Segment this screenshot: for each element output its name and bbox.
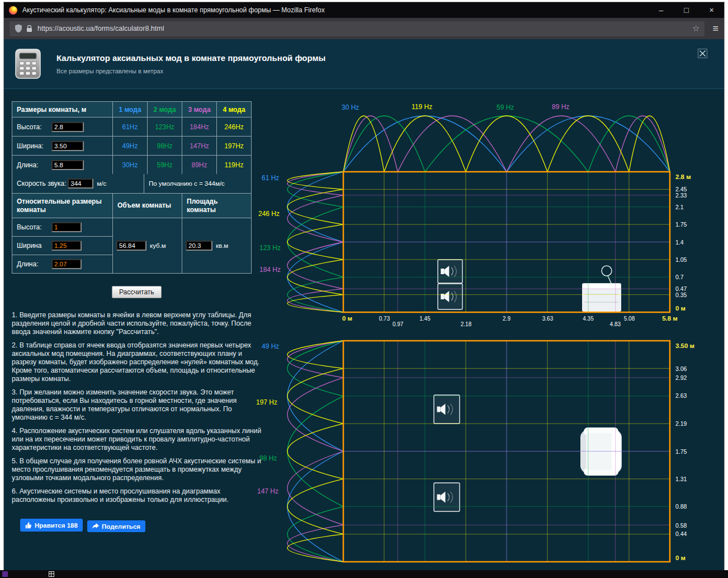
page-header: Калькулятор аксиальных мод в комнате пря… <box>4 39 724 89</box>
speed-input[interactable] <box>68 178 93 189</box>
frequency-label: 119 Hz <box>412 103 432 111</box>
axis-label: 0.97 <box>393 321 404 327</box>
height-label: Высота: <box>17 123 51 131</box>
speed-default-note: По умолчанию с = 344м/с <box>144 174 252 194</box>
instruction-paragraph: 3. При желании можно изменить значение с… <box>12 388 263 422</box>
dimensions-table-title: Размеры комнаты, м <box>12 102 113 118</box>
calculator-icon <box>15 49 41 79</box>
floor-lamp-icon <box>602 266 612 283</box>
share-icon <box>92 523 99 530</box>
speaker-icon <box>434 395 460 424</box>
maximize-button[interactable]: □ <box>674 2 699 18</box>
window-controls: – □ × <box>649 2 724 18</box>
section-diagram: 30 Hz59 Hz89 Hz119 Hz61 Hz123 Hz184 Hz24… <box>258 103 691 327</box>
side-mode-curve <box>287 341 343 562</box>
navigation-bar: https://acoustic.ua/forms/calculator8.ht… <box>4 18 724 39</box>
like-label: Нравится 188 <box>35 522 78 529</box>
length-row: Длина: <box>12 156 113 175</box>
axis-label: 3.50 м <box>675 342 694 349</box>
speed-cell: Скорость звука: м/с <box>12 174 144 194</box>
axis-label: 0.7 <box>675 274 684 280</box>
plan-diagram: 49 Hz98 Hz147 Hz197 Hz3.50 м3.062.922.63… <box>256 341 694 562</box>
page-title: Калькулятор аксиальных мод в комнате пря… <box>56 53 325 63</box>
volume-cell: куб.м <box>113 218 182 274</box>
mode-4-header: 4 мода <box>217 102 252 118</box>
mode-3-header: 3 мода <box>182 102 217 118</box>
window-title: Акустический калькулятор: Аксиальные мод… <box>22 6 325 14</box>
url-text[interactable]: https://acoustic.ua/forms/calculator8.ht… <box>37 25 692 32</box>
relative-length-row: Длина: <box>12 255 113 274</box>
axis-label: 0.88 <box>675 503 687 510</box>
axis-label: 0 м <box>342 315 352 322</box>
shield-icon[interactable] <box>15 24 22 33</box>
url-bar[interactable]: https://acoustic.ua/forms/calculator8.ht… <box>10 21 705 36</box>
relative-height-label: Высота: <box>17 223 51 231</box>
axis-label: 0 м <box>675 554 686 561</box>
area-input[interactable] <box>186 241 212 251</box>
length-input[interactable] <box>51 160 84 170</box>
firefox-icon <box>9 6 17 15</box>
axis-label: 2.19 <box>675 420 687 427</box>
speaker-icon <box>438 260 462 283</box>
axis-label: 2.92 <box>675 374 687 381</box>
axis-label: 2.63 <box>675 392 687 399</box>
height-input[interactable] <box>51 122 84 132</box>
bookmark-star-icon[interactable]: ☆ <box>692 24 699 34</box>
mode-value: 98Hz <box>148 137 182 156</box>
mode-value: 184Hz <box>182 118 217 137</box>
mode-value: 30Hz <box>113 156 148 175</box>
instruction-paragraph: 5. В общем случае для получения более ро… <box>12 457 263 482</box>
frequency-label: 184 Hz <box>259 266 281 274</box>
instruction-paragraph: 1. Введите размеры комнаты в ячейки в ле… <box>12 311 263 336</box>
page-content: 30 Hz59 Hz89 Hz119 Hz61 Hz123 Hz184 Hz24… <box>4 39 724 570</box>
relative-width-label: Ширина <box>17 242 51 250</box>
area-cell: кв.м <box>182 218 252 274</box>
axis-label: 1.05 <box>675 256 687 263</box>
width-row: Ширина: <box>12 137 113 156</box>
height-row: Высота: <box>12 118 113 137</box>
page-subtitle: Все размеры представлены в метрах <box>56 68 163 74</box>
browser-window: Акустический калькулятор: Аксиальные мод… <box>3 2 725 570</box>
axis-label: 0.73 <box>379 316 390 322</box>
taskbar-app-icon[interactable] <box>49 571 54 577</box>
instruction-paragraph: 4. Расположение акустических систем или … <box>12 427 263 452</box>
calculate-button[interactable]: Рассчитать <box>112 286 162 298</box>
minimize-button[interactable]: – <box>649 2 674 18</box>
relative-sizes-header: Относительные размеры комнаты <box>12 194 113 218</box>
length-mode-curve <box>343 116 670 172</box>
close-icon[interactable] <box>698 49 707 58</box>
relative-width-row: Ширина <box>12 237 113 255</box>
length-mode-curve <box>343 116 670 172</box>
mode-1-header: 1 мода <box>113 102 148 118</box>
frequency-label: 61 Hz <box>262 174 279 182</box>
axis-label: 3.06 <box>675 365 687 372</box>
side-mode-curve <box>287 172 343 312</box>
axis-label: 5.8 м <box>662 315 678 322</box>
mode-value: 147Hz <box>182 137 217 156</box>
speaker-icon <box>434 483 460 511</box>
axis-label: 0 м <box>675 305 686 312</box>
axis-label: 1.4 <box>675 239 684 246</box>
mode-2-header: 2 мода <box>148 102 182 118</box>
area-unit: кв.м <box>216 242 228 249</box>
relative-width-input[interactable] <box>51 241 82 251</box>
facebook-share-button[interactable]: Поделиться <box>87 520 145 532</box>
axis-label: 4.35 <box>583 316 594 322</box>
menu-icon[interactable]: ≡ <box>712 23 718 35</box>
instructions: 1. Введите размеры комнаты в ячейки в ле… <box>12 311 263 509</box>
side-mode-curve <box>287 341 343 562</box>
axis-label: 2.9 <box>503 316 510 322</box>
width-input[interactable] <box>51 141 84 151</box>
frequency-label: 246 Hz <box>258 210 280 218</box>
relative-height-input[interactable] <box>51 222 82 232</box>
volume-input[interactable] <box>116 241 146 251</box>
lock-icon <box>26 25 32 32</box>
close-button[interactable]: × <box>699 2 724 18</box>
side-mode-curve <box>287 341 343 562</box>
facebook-like-button[interactable]: Нравится 188 <box>20 519 83 532</box>
taskbar-app-icon[interactable] <box>2 571 8 577</box>
speed-unit: м/с <box>97 180 106 187</box>
relative-length-input[interactable] <box>51 259 82 269</box>
share-label: Поделиться <box>102 523 140 530</box>
mode-value: 61Hz <box>113 118 148 137</box>
